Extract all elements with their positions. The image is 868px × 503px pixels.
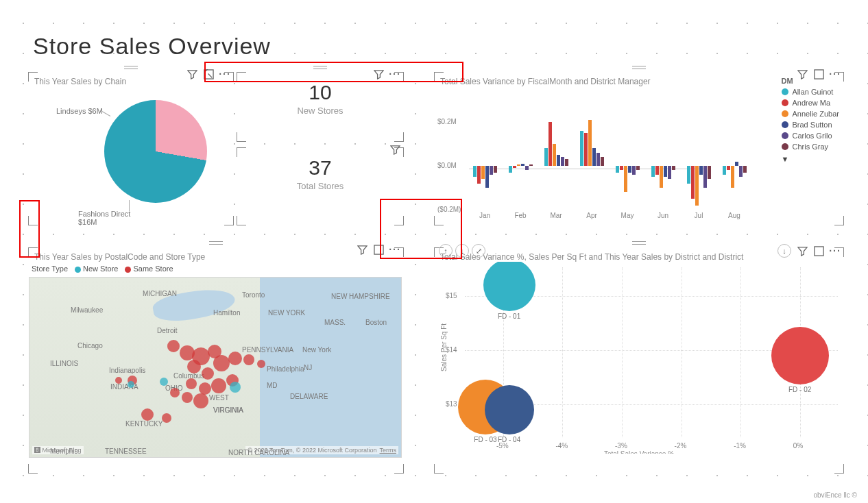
bar[interactable]	[521, 164, 525, 166]
focus-mode-icon[interactable]	[373, 244, 384, 255]
bar[interactable]	[513, 166, 516, 168]
bar-group[interactable]	[509, 100, 538, 207]
more-options-icon[interactable]: ···	[389, 69, 400, 79]
filter-icon[interactable]	[357, 244, 367, 255]
bar[interactable]	[739, 166, 743, 177]
bar[interactable]	[509, 166, 512, 173]
filter-icon[interactable]	[797, 245, 808, 256]
bar[interactable]	[636, 166, 640, 170]
bar[interactable]	[517, 164, 520, 166]
bar[interactable]	[695, 166, 699, 206]
legend-item[interactable]: Andrew Ma	[782, 99, 840, 107]
bar[interactable]	[529, 164, 533, 166]
scatter-point[interactable]	[485, 385, 534, 434]
bar[interactable]	[655, 166, 659, 175]
filter-icon[interactable]	[186, 69, 197, 79]
map-bubble[interactable]	[167, 340, 180, 352]
drill-up-icon[interactable]: ↑	[439, 244, 453, 258]
bar-group[interactable]	[651, 100, 680, 207]
bar[interactable]	[525, 166, 529, 170]
bar[interactable]	[557, 155, 560, 166]
filter-icon[interactable]	[373, 69, 384, 79]
map-bubble[interactable]	[115, 377, 122, 384]
map-bubble[interactable]	[160, 378, 168, 386]
bar[interactable]	[481, 166, 485, 179]
bar[interactable]	[708, 166, 711, 179]
map-bubble[interactable]	[230, 382, 241, 393]
drag-handle[interactable]	[625, 238, 653, 247]
more-options-icon[interactable]: ···	[830, 245, 841, 256]
bar[interactable]	[727, 166, 730, 170]
bar[interactable]	[490, 166, 493, 175]
more-options-icon[interactable]: ···	[389, 244, 400, 255]
map-bubble[interactable]	[128, 381, 134, 388]
bar[interactable]	[620, 166, 623, 170]
map-bubble[interactable]	[202, 367, 214, 380]
bar[interactable]	[596, 153, 600, 166]
drill-down-icon[interactable]: ↓	[455, 244, 469, 258]
bar-group[interactable]	[473, 100, 502, 207]
drill-expand-icon[interactable]: ⤢	[472, 244, 485, 258]
bar[interactable]	[494, 166, 497, 173]
map-bubble[interactable]	[211, 378, 226, 393]
focus-mode-icon[interactable]	[203, 69, 214, 79]
map-bubble[interactable]	[170, 388, 180, 397]
bar[interactable]	[588, 120, 592, 166]
focus-mode-icon[interactable]	[813, 245, 824, 256]
drag-handle[interactable]	[202, 238, 230, 247]
bar[interactable]	[731, 166, 734, 188]
legend-item[interactable]: Carlos Grilo	[782, 132, 840, 140]
bar[interactable]	[477, 166, 481, 184]
tile-scatter[interactable]: ↑ ↓ ⤢ ↓ ··· Total Sales Variance %, Sale…	[435, 248, 843, 473]
drag-handle[interactable]	[625, 63, 653, 71]
map-bubble[interactable]	[186, 378, 197, 389]
bar[interactable]	[601, 157, 604, 166]
scatter-point[interactable]	[771, 327, 829, 384]
drill-mode-icon[interactable]: ↓	[777, 244, 791, 258]
legend-item[interactable]: Brad Sutton	[782, 121, 840, 129]
bar[interactable]	[660, 166, 663, 188]
bar[interactable]	[699, 166, 703, 175]
scatter-point[interactable]	[483, 262, 535, 311]
bar[interactable]	[632, 166, 636, 175]
bar[interactable]	[548, 122, 552, 166]
map-bubble[interactable]	[257, 360, 265, 368]
legend-item[interactable]: Allan Guinot	[782, 88, 840, 96]
bar-group[interactable]	[616, 100, 644, 207]
bar[interactable]	[743, 166, 747, 173]
bar[interactable]	[592, 148, 596, 166]
bar[interactable]	[616, 166, 619, 173]
tile-new-stores-card[interactable]: ··· 10 New Stores	[237, 73, 403, 141]
bar[interactable]	[668, 166, 671, 179]
map-visual[interactable]: 🅱 Microsoft Bing © 2022 TomTom, © 2022 M…	[29, 277, 402, 458]
bar[interactable]	[553, 144, 556, 166]
tile-map[interactable]: ··· This Year Sales by PostalCode and St…	[29, 248, 403, 473]
filter-icon[interactable]	[389, 144, 400, 155]
drag-handle[interactable]	[306, 63, 334, 71]
bar[interactable]	[624, 166, 627, 192]
tile-total-stores-card[interactable]: 37 Total Stores	[237, 148, 403, 225]
scatter-chart[interactable]: Sales Per Sq Ft Total Sales Variance % $…	[435, 262, 843, 454]
bar[interactable]	[703, 166, 707, 188]
map-bubble[interactable]	[182, 392, 193, 403]
bar[interactable]	[735, 162, 738, 166]
map-bubble[interactable]	[187, 360, 201, 373]
legend-item[interactable]: Annelie Zubar	[782, 110, 840, 118]
drag-handle[interactable]	[117, 63, 145, 71]
map-terms-link[interactable]: Terms	[380, 447, 397, 454]
map-bubble[interactable]	[162, 413, 171, 423]
bar[interactable]	[544, 148, 548, 166]
map-bubble[interactable]	[243, 354, 254, 365]
bar[interactable]	[723, 166, 726, 175]
bar-group[interactable]	[723, 100, 751, 207]
bar[interactable]	[565, 159, 568, 166]
bar[interactable]	[651, 166, 655, 177]
map-bubble[interactable]	[141, 408, 154, 421]
bar[interactable]	[580, 131, 583, 166]
more-options-icon[interactable]: ···	[219, 69, 230, 79]
tile-variance-bar-chart[interactable]: ··· Total Sales Variance by FiscalMonth …	[435, 73, 843, 225]
tile-pie-chart[interactable]: ··· This Year Sales by Chain Lindseys $6…	[29, 73, 233, 225]
bar[interactable]	[473, 166, 477, 177]
bar[interactable]	[687, 166, 690, 184]
bar[interactable]	[691, 166, 695, 199]
